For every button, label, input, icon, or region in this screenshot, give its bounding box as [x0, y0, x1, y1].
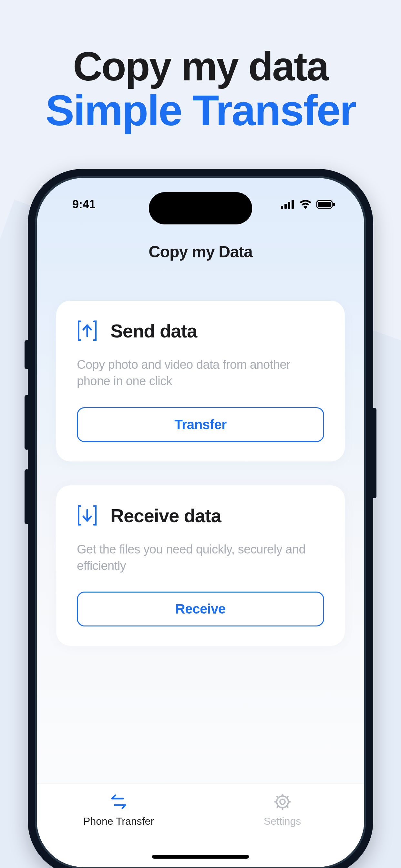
svg-rect-1: [284, 204, 287, 209]
wifi-icon: [299, 200, 312, 209]
headline-line-1: Copy my data: [0, 45, 401, 88]
dynamic-island: [149, 192, 252, 224]
phone-side-button: [25, 395, 29, 450]
download-icon: [77, 505, 97, 526]
home-indicator: [152, 855, 249, 859]
transfer-icon: [37, 792, 201, 811]
phone-side-button: [25, 340, 29, 369]
phone-side-button: [372, 408, 376, 498]
svg-rect-5: [318, 202, 331, 207]
promo-headline: Copy my data Simple Transfer: [0, 45, 401, 133]
tab-bar: Phone Transfer Settings: [37, 783, 364, 867]
send-data-title: Send data: [111, 320, 197, 342]
receive-data-description: Get the files you need quickly, securely…: [77, 541, 324, 575]
receive-data-card: Receive data Get the files you need quic…: [56, 485, 345, 646]
page-title: Copy my Data: [37, 243, 364, 261]
battery-icon: [316, 200, 335, 209]
phone-mockup: 9:41: [28, 169, 373, 868]
transfer-button[interactable]: Transfer: [77, 407, 324, 442]
svg-rect-3: [291, 200, 294, 209]
receive-data-title: Receive data: [111, 505, 221, 526]
gear-icon: [201, 792, 364, 811]
send-data-card: Send data Copy photo and video data from…: [56, 301, 345, 461]
upload-icon: [77, 320, 97, 341]
headline-line-2: Simple Transfer: [0, 88, 401, 133]
svg-rect-2: [288, 202, 290, 209]
svg-point-8: [277, 796, 288, 808]
status-time: 9:41: [72, 197, 96, 211]
tab-phone-transfer-label: Phone Transfer: [37, 815, 201, 827]
cellular-icon: [281, 200, 295, 209]
svg-rect-6: [333, 203, 335, 206]
svg-rect-0: [281, 206, 283, 209]
tab-settings-label: Settings: [201, 815, 364, 827]
send-data-description: Copy photo and video data from another p…: [77, 356, 324, 390]
phone-side-button: [25, 469, 29, 524]
receive-button[interactable]: Receive: [77, 592, 324, 626]
svg-point-7: [280, 799, 285, 804]
